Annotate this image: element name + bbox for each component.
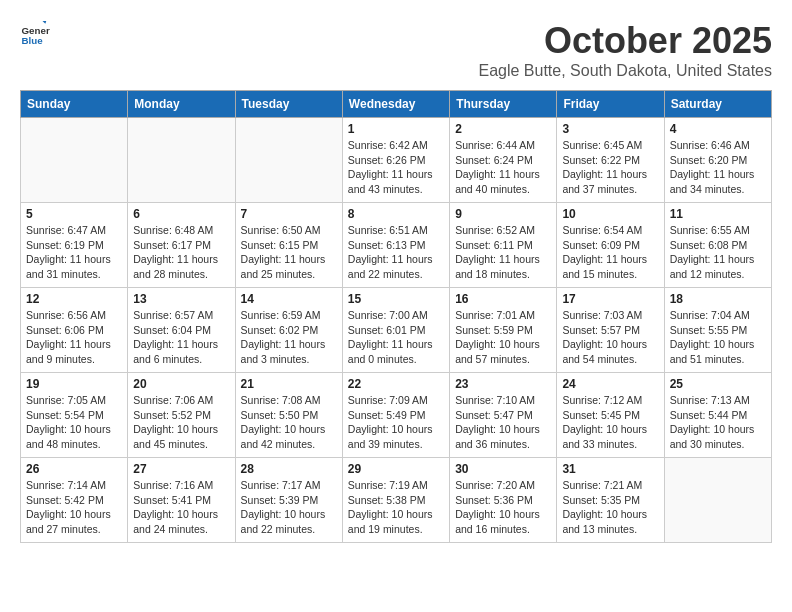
calendar-cell: 15Sunrise: 7:00 AM Sunset: 6:01 PM Dayli…: [342, 288, 449, 373]
day-number: 8: [348, 207, 444, 221]
day-number: 3: [562, 122, 658, 136]
day-of-week-header: Tuesday: [235, 91, 342, 118]
calendar-cell: 8Sunrise: 6:51 AM Sunset: 6:13 PM Daylig…: [342, 203, 449, 288]
calendar-cell: 25Sunrise: 7:13 AM Sunset: 5:44 PM Dayli…: [664, 373, 771, 458]
day-number: 17: [562, 292, 658, 306]
calendar-cell: 9Sunrise: 6:52 AM Sunset: 6:11 PM Daylig…: [450, 203, 557, 288]
calendar-cell: 2Sunrise: 6:44 AM Sunset: 6:24 PM Daylig…: [450, 118, 557, 203]
calendar-cell: [664, 458, 771, 543]
day-number: 22: [348, 377, 444, 391]
day-number: 29: [348, 462, 444, 476]
day-number: 12: [26, 292, 122, 306]
calendar-cell: 30Sunrise: 7:20 AM Sunset: 5:36 PM Dayli…: [450, 458, 557, 543]
day-number: 9: [455, 207, 551, 221]
day-info: Sunrise: 6:56 AM Sunset: 6:06 PM Dayligh…: [26, 308, 122, 367]
day-number: 30: [455, 462, 551, 476]
calendar-cell: 27Sunrise: 7:16 AM Sunset: 5:41 PM Dayli…: [128, 458, 235, 543]
calendar-cell: 26Sunrise: 7:14 AM Sunset: 5:42 PM Dayli…: [21, 458, 128, 543]
calendar-week-row: 26Sunrise: 7:14 AM Sunset: 5:42 PM Dayli…: [21, 458, 772, 543]
calendar-cell: 10Sunrise: 6:54 AM Sunset: 6:09 PM Dayli…: [557, 203, 664, 288]
logo-icon: General Blue: [20, 20, 50, 50]
day-of-week-header: Saturday: [664, 91, 771, 118]
calendar-week-row: 19Sunrise: 7:05 AM Sunset: 5:54 PM Dayli…: [21, 373, 772, 458]
svg-text:General: General: [22, 25, 51, 36]
calendar-cell: 19Sunrise: 7:05 AM Sunset: 5:54 PM Dayli…: [21, 373, 128, 458]
page-header: General Blue October 2025 Eagle Butte, S…: [20, 20, 772, 80]
day-info: Sunrise: 6:45 AM Sunset: 6:22 PM Dayligh…: [562, 138, 658, 197]
calendar-cell: 4Sunrise: 6:46 AM Sunset: 6:20 PM Daylig…: [664, 118, 771, 203]
day-number: 4: [670, 122, 766, 136]
day-number: 24: [562, 377, 658, 391]
calendar-cell: 3Sunrise: 6:45 AM Sunset: 6:22 PM Daylig…: [557, 118, 664, 203]
day-of-week-header: Wednesday: [342, 91, 449, 118]
calendar-cell: [128, 118, 235, 203]
day-info: Sunrise: 6:50 AM Sunset: 6:15 PM Dayligh…: [241, 223, 337, 282]
calendar-cell: 12Sunrise: 6:56 AM Sunset: 6:06 PM Dayli…: [21, 288, 128, 373]
calendar-cell: 20Sunrise: 7:06 AM Sunset: 5:52 PM Dayli…: [128, 373, 235, 458]
calendar-cell: 22Sunrise: 7:09 AM Sunset: 5:49 PM Dayli…: [342, 373, 449, 458]
day-number: 18: [670, 292, 766, 306]
day-number: 21: [241, 377, 337, 391]
calendar-cell: 14Sunrise: 6:59 AM Sunset: 6:02 PM Dayli…: [235, 288, 342, 373]
day-number: 16: [455, 292, 551, 306]
calendar-cell: 21Sunrise: 7:08 AM Sunset: 5:50 PM Dayli…: [235, 373, 342, 458]
calendar-header-row: SundayMondayTuesdayWednesdayThursdayFrid…: [21, 91, 772, 118]
day-info: Sunrise: 6:48 AM Sunset: 6:17 PM Dayligh…: [133, 223, 229, 282]
day-number: 11: [670, 207, 766, 221]
day-info: Sunrise: 7:16 AM Sunset: 5:41 PM Dayligh…: [133, 478, 229, 537]
calendar-table: SundayMondayTuesdayWednesdayThursdayFrid…: [20, 90, 772, 543]
day-info: Sunrise: 7:20 AM Sunset: 5:36 PM Dayligh…: [455, 478, 551, 537]
calendar-cell: 31Sunrise: 7:21 AM Sunset: 5:35 PM Dayli…: [557, 458, 664, 543]
day-info: Sunrise: 7:21 AM Sunset: 5:35 PM Dayligh…: [562, 478, 658, 537]
day-number: 6: [133, 207, 229, 221]
calendar-cell: 16Sunrise: 7:01 AM Sunset: 5:59 PM Dayli…: [450, 288, 557, 373]
day-number: 28: [241, 462, 337, 476]
day-of-week-header: Thursday: [450, 91, 557, 118]
day-info: Sunrise: 7:06 AM Sunset: 5:52 PM Dayligh…: [133, 393, 229, 452]
day-number: 31: [562, 462, 658, 476]
day-number: 1: [348, 122, 444, 136]
day-of-week-header: Monday: [128, 91, 235, 118]
day-info: Sunrise: 6:52 AM Sunset: 6:11 PM Dayligh…: [455, 223, 551, 282]
day-number: 20: [133, 377, 229, 391]
svg-text:Blue: Blue: [22, 35, 44, 46]
day-number: 5: [26, 207, 122, 221]
day-info: Sunrise: 6:57 AM Sunset: 6:04 PM Dayligh…: [133, 308, 229, 367]
day-number: 14: [241, 292, 337, 306]
day-number: 25: [670, 377, 766, 391]
day-info: Sunrise: 6:42 AM Sunset: 6:26 PM Dayligh…: [348, 138, 444, 197]
title-area: October 2025 Eagle Butte, South Dakota, …: [478, 20, 772, 80]
day-of-week-header: Sunday: [21, 91, 128, 118]
day-info: Sunrise: 6:44 AM Sunset: 6:24 PM Dayligh…: [455, 138, 551, 197]
calendar-cell: 6Sunrise: 6:48 AM Sunset: 6:17 PM Daylig…: [128, 203, 235, 288]
day-info: Sunrise: 6:55 AM Sunset: 6:08 PM Dayligh…: [670, 223, 766, 282]
day-info: Sunrise: 7:05 AM Sunset: 5:54 PM Dayligh…: [26, 393, 122, 452]
day-number: 7: [241, 207, 337, 221]
calendar-cell: 13Sunrise: 6:57 AM Sunset: 6:04 PM Dayli…: [128, 288, 235, 373]
calendar-cell: 11Sunrise: 6:55 AM Sunset: 6:08 PM Dayli…: [664, 203, 771, 288]
main-title: October 2025: [478, 20, 772, 62]
day-info: Sunrise: 7:17 AM Sunset: 5:39 PM Dayligh…: [241, 478, 337, 537]
day-number: 19: [26, 377, 122, 391]
day-number: 2: [455, 122, 551, 136]
svg-marker-2: [43, 21, 47, 24]
logo: General Blue: [20, 20, 50, 50]
day-info: Sunrise: 7:19 AM Sunset: 5:38 PM Dayligh…: [348, 478, 444, 537]
calendar-cell: 1Sunrise: 6:42 AM Sunset: 6:26 PM Daylig…: [342, 118, 449, 203]
calendar-cell: 7Sunrise: 6:50 AM Sunset: 6:15 PM Daylig…: [235, 203, 342, 288]
day-info: Sunrise: 7:09 AM Sunset: 5:49 PM Dayligh…: [348, 393, 444, 452]
day-info: Sunrise: 6:54 AM Sunset: 6:09 PM Dayligh…: [562, 223, 658, 282]
day-info: Sunrise: 7:03 AM Sunset: 5:57 PM Dayligh…: [562, 308, 658, 367]
calendar-week-row: 12Sunrise: 6:56 AM Sunset: 6:06 PM Dayli…: [21, 288, 772, 373]
calendar-cell: 18Sunrise: 7:04 AM Sunset: 5:55 PM Dayli…: [664, 288, 771, 373]
day-info: Sunrise: 6:47 AM Sunset: 6:19 PM Dayligh…: [26, 223, 122, 282]
day-info: Sunrise: 7:13 AM Sunset: 5:44 PM Dayligh…: [670, 393, 766, 452]
calendar-cell: 5Sunrise: 6:47 AM Sunset: 6:19 PM Daylig…: [21, 203, 128, 288]
calendar-cell: 23Sunrise: 7:10 AM Sunset: 5:47 PM Dayli…: [450, 373, 557, 458]
day-of-week-header: Friday: [557, 91, 664, 118]
calendar-cell: [235, 118, 342, 203]
day-info: Sunrise: 6:59 AM Sunset: 6:02 PM Dayligh…: [241, 308, 337, 367]
day-info: Sunrise: 7:12 AM Sunset: 5:45 PM Dayligh…: [562, 393, 658, 452]
day-info: Sunrise: 7:00 AM Sunset: 6:01 PM Dayligh…: [348, 308, 444, 367]
day-info: Sunrise: 6:51 AM Sunset: 6:13 PM Dayligh…: [348, 223, 444, 282]
